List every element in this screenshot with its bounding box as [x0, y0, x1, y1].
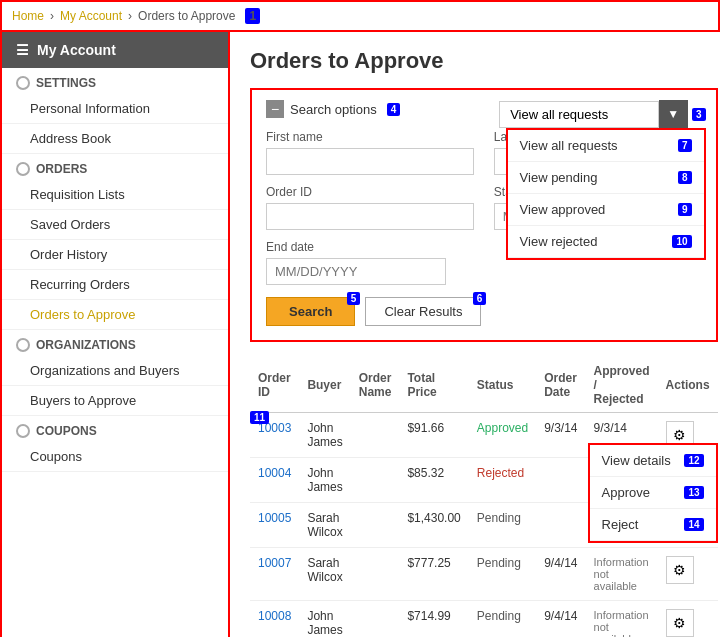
- cell-total-10003: $91.66: [399, 413, 468, 458]
- cell-total-10004: $85.32: [399, 458, 468, 503]
- dropdown-num: 3: [692, 108, 706, 121]
- search-panel-label: Search options: [290, 102, 377, 117]
- cell-order-id-10004: 10004: [250, 458, 299, 503]
- sidebar-title: My Account: [37, 42, 116, 58]
- cell-order-name-10004: [351, 458, 400, 503]
- view-filter-select[interactable]: View all requests View pending View appr…: [499, 101, 659, 128]
- settings-icon: [16, 76, 30, 90]
- col-actions: Actions: [658, 358, 718, 413]
- sidebar: ☰ My Account SETTINGS Personal Informati…: [0, 32, 230, 637]
- cell-order-name-10003: [351, 413, 400, 458]
- search-collapse-button[interactable]: −: [266, 100, 284, 118]
- cell-buyer-10004: John James: [299, 458, 350, 503]
- cell-order-date-10004: [536, 458, 585, 503]
- breadcrumb-home[interactable]: Home: [12, 9, 44, 23]
- breadcrumb: Home › My Account › Orders to Approve 1: [0, 0, 720, 32]
- gear-button-10008[interactable]: ⚙: [666, 609, 694, 637]
- sidebar-section-orders-label: ORDERS: [36, 162, 87, 176]
- order-id-link-10004[interactable]: 10004: [258, 466, 291, 480]
- sidebar-item-organizations-buyers[interactable]: Organizations and Buyers: [2, 356, 228, 386]
- menu-icon: ☰: [16, 42, 29, 58]
- first-name-input[interactable]: [266, 148, 474, 175]
- cell-order-name-10005: [351, 503, 400, 548]
- dropdown-main: View all requests View pending View appr…: [499, 100, 705, 128]
- form-field-end-date: End date: [266, 240, 446, 285]
- table-header-row: Order ID Buyer Order Name Total Price St…: [250, 358, 718, 413]
- table-row: 10008 John James $714.99 Pending 9/4/14 …: [250, 601, 718, 638]
- dropdown-option-rejected[interactable]: View rejected 10: [508, 226, 704, 258]
- cell-status-10007: Pending: [469, 548, 536, 601]
- sidebar-item-personal-info[interactable]: Personal Information: [2, 94, 228, 124]
- cell-order-date-10008: 9/4/14: [536, 601, 585, 638]
- dropdown-option-approved[interactable]: View approved 9: [508, 194, 704, 226]
- sidebar-item-recurring-orders[interactable]: Recurring Orders: [2, 270, 228, 300]
- cell-order-id-10008: 10008: [250, 601, 299, 638]
- table-row: 10003 11 John James $91.66 Approved 9/3/…: [250, 413, 718, 458]
- sidebar-item-buyers-to-approve[interactable]: Buyers to Approve: [2, 386, 228, 416]
- col-total-price: Total Price: [399, 358, 468, 413]
- form-field-first-name: First name: [266, 130, 474, 175]
- order-id-input[interactable]: [266, 203, 474, 230]
- main-content: Orders to Approve − Search options 4 Vie…: [230, 32, 720, 637]
- cell-actions-10007: ⚙: [658, 548, 718, 601]
- cell-order-id: 10003 11: [250, 413, 299, 458]
- sidebar-section-coupons: COUPONS: [2, 416, 228, 442]
- col-order-name: Order Name: [351, 358, 400, 413]
- cell-order-name-10008: [351, 601, 400, 638]
- dropdown-option-all[interactable]: View all requests 7: [508, 130, 704, 162]
- cell-order-id-10007: 10007: [250, 548, 299, 601]
- search-button[interactable]: Search 5: [266, 297, 355, 326]
- order-id-label: Order ID: [266, 185, 474, 199]
- dropdown-option-pending[interactable]: View pending 8: [508, 162, 704, 194]
- cell-order-name-10007: [351, 548, 400, 601]
- sidebar-item-order-history[interactable]: Order History: [2, 240, 228, 270]
- context-menu-view-details[interactable]: View details 12: [590, 445, 716, 477]
- sidebar-item-address-book[interactable]: Address Book: [2, 124, 228, 154]
- col-status: Status: [469, 358, 536, 413]
- search-panel: − Search options 4 View all requests Vie…: [250, 88, 718, 342]
- cell-total-10007: $777.25: [399, 548, 468, 601]
- dropdown-arrow[interactable]: ▼: [659, 100, 688, 128]
- gear-button-10007[interactable]: ⚙: [666, 556, 694, 584]
- sidebar-section-settings-label: SETTINGS: [36, 76, 96, 90]
- col-order-id: Order ID: [250, 358, 299, 413]
- orders-icon: [16, 162, 30, 176]
- page-title: Orders to Approve: [250, 48, 718, 74]
- cell-total-10005: $1,430.00: [399, 503, 468, 548]
- sidebar-section-organizations: ORGANIZATIONS: [2, 330, 228, 356]
- clear-results-button[interactable]: Clear Results 6: [365, 297, 481, 326]
- cell-actions-10003: ⚙ View details 12 Approve 13: [658, 413, 718, 458]
- end-date-input[interactable]: [266, 258, 446, 285]
- cell-buyer-10003: John James: [299, 413, 350, 458]
- sidebar-section-organizations-label: ORGANIZATIONS: [36, 338, 136, 352]
- sidebar-header: ☰ My Account: [2, 32, 228, 68]
- breadcrumb-my-account[interactable]: My Account: [60, 9, 122, 23]
- order-id-link-10005[interactable]: 10005: [258, 511, 291, 525]
- view-filter-dropdown-wrapper: View all requests View pending View appr…: [499, 100, 705, 128]
- order-id-link-10008[interactable]: 10008: [258, 609, 291, 623]
- sidebar-item-coupons[interactable]: Coupons: [2, 442, 228, 472]
- sidebar-item-requisition-lists[interactable]: Requisition Lists: [2, 180, 228, 210]
- cell-order-date-10007: 9/4/14: [536, 548, 585, 601]
- context-menu-approve[interactable]: Approve 13: [590, 477, 716, 509]
- orders-table: Order ID Buyer Order Name Total Price St…: [250, 358, 718, 637]
- cell-buyer-10007: Sarah Wilcox: [299, 548, 350, 601]
- context-menu: View details 12 Approve 13 Reject 14: [588, 443, 718, 543]
- breadcrumb-num: 1: [245, 8, 260, 24]
- cell-approved-date-10007: Information not available: [586, 548, 658, 601]
- sidebar-item-orders-to-approve[interactable]: Orders to Approve: [2, 300, 228, 330]
- first-name-label: First name: [266, 130, 474, 144]
- cell-total-10008: $714.99: [399, 601, 468, 638]
- clear-btn-num: 6: [473, 292, 487, 305]
- sidebar-section-settings: SETTINGS: [2, 68, 228, 94]
- sidebar-section-coupons-label: COUPONS: [36, 424, 97, 438]
- order-id-link-10007[interactable]: 10007: [258, 556, 291, 570]
- sidebar-section-orders: ORDERS: [2, 154, 228, 180]
- col-order-date: Order Date: [536, 358, 585, 413]
- form-field-order-id: Order ID: [266, 185, 474, 230]
- cell-approved-date-10008: Information not available: [586, 601, 658, 638]
- end-date-label: End date: [266, 240, 446, 254]
- coupons-icon: [16, 424, 30, 438]
- context-menu-reject[interactable]: Reject 14: [590, 509, 716, 541]
- sidebar-item-saved-orders[interactable]: Saved Orders: [2, 210, 228, 240]
